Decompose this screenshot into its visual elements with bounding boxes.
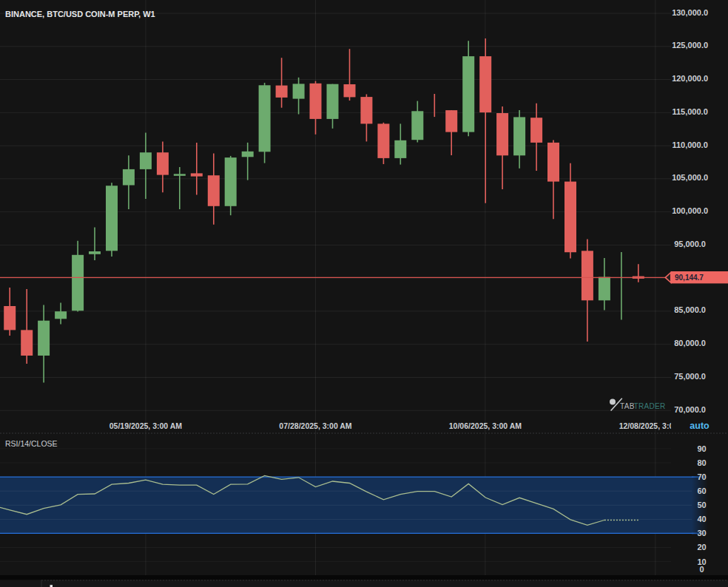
svg-text:TRADER: TRADER	[634, 402, 666, 410]
svg-text:85,000.0: 85,000.0	[674, 305, 706, 314]
svg-text:RSI/14/CLOSE: RSI/14/CLOSE	[5, 439, 58, 448]
svg-text:90: 90	[697, 444, 706, 453]
svg-text:70: 70	[697, 472, 706, 481]
svg-text:95,000.0: 95,000.0	[674, 240, 706, 248]
svg-text:100,000.0: 100,000.0	[672, 206, 708, 215]
svg-text:30: 30	[697, 529, 706, 537]
svg-text:40: 40	[697, 515, 706, 523]
svg-text:80,000.0: 80,000.0	[674, 339, 706, 347]
svg-text:105,000.0: 105,000.0	[672, 173, 708, 182]
svg-text:auto: auto	[690, 421, 710, 431]
svg-text:05/19/2025, 3:00 AM: 05/19/2025, 3:00 AM	[109, 421, 183, 430]
svg-text:10/06/2025, 3:00 AM: 10/06/2025, 3:00 AM	[449, 421, 522, 430]
svg-text:50: 50	[697, 501, 706, 509]
svg-text:130,000.0: 130,000.0	[672, 8, 708, 17]
svg-text:90,144.7: 90,144.7	[675, 274, 704, 282]
svg-text:0: 0	[699, 565, 704, 574]
svg-text:110,000.0: 110,000.0	[672, 140, 707, 149]
svg-text:120,000.0: 120,000.0	[672, 74, 708, 83]
svg-text:115,000.0: 115,000.0	[672, 107, 707, 116]
svg-text:70,000.0: 70,000.0	[674, 405, 706, 414]
svg-text:BINANCE, BTC/USD COIN-M PERP,: BINANCE, BTC/USD COIN-M PERP, W1	[5, 10, 155, 18]
svg-text:125,000.0: 125,000.0	[672, 41, 708, 50]
svg-text:80: 80	[697, 458, 706, 467]
svg-text:07/28/2025, 3:00 AM: 07/28/2025, 3:00 AM	[279, 421, 352, 430]
svg-text:60: 60	[697, 486, 706, 495]
svg-text:75,000.0: 75,000.0	[674, 372, 706, 381]
svg-text:20: 20	[697, 543, 706, 552]
svg-text:TAB: TAB	[620, 402, 635, 410]
